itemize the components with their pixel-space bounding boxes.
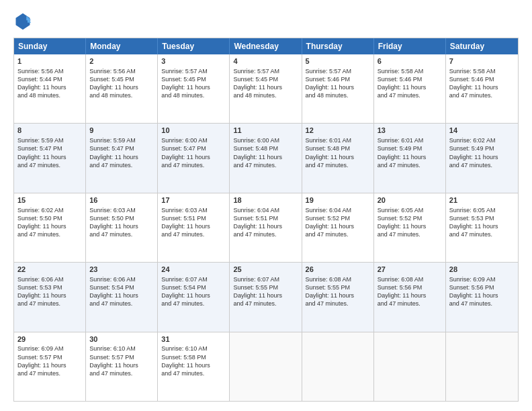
header-day-monday: Monday xyxy=(86,38,158,54)
day-info-line: and 47 minutes. xyxy=(89,300,154,308)
day-number: 26 xyxy=(306,265,370,275)
day-info-line: Sunrise: 6:10 AM xyxy=(89,345,154,353)
day-info-line: Sunset: 5:53 PM xyxy=(449,214,515,222)
day-number: 14 xyxy=(449,126,515,136)
calendar-cell-2-7: 14Sunrise: 6:02 AMSunset: 5:49 PMDayligh… xyxy=(446,124,518,192)
day-number: 24 xyxy=(161,265,226,275)
calendar-cell-1-6: 6Sunrise: 5:58 AMSunset: 5:46 PMDaylight… xyxy=(374,54,446,123)
header-day-sunday: Sunday xyxy=(14,38,86,54)
day-number: 5 xyxy=(306,56,370,66)
day-info-line: Daylight: 11 hours xyxy=(161,361,226,369)
day-info-line: and 47 minutes. xyxy=(378,161,442,169)
day-info-line: Sunrise: 6:03 AM xyxy=(161,206,226,214)
day-info-line: Sunrise: 5:56 AM xyxy=(89,67,154,75)
day-info-line: Sunset: 5:47 PM xyxy=(89,144,154,152)
day-info-line: Sunrise: 5:56 AM xyxy=(17,67,82,75)
calendar-cell-2-5: 12Sunrise: 6:01 AMSunset: 5:48 PMDayligh… xyxy=(302,124,374,192)
day-info-line: and 47 minutes. xyxy=(378,91,442,99)
day-number: 1 xyxy=(17,56,82,66)
day-number: 6 xyxy=(378,56,442,66)
day-number: 25 xyxy=(233,265,298,275)
day-info-line: Sunrise: 6:06 AM xyxy=(17,275,82,283)
day-info-line: Sunset: 5:45 PM xyxy=(161,75,226,83)
day-info-line: Sunset: 5:50 PM xyxy=(89,214,154,222)
calendar-cell-2-3: 10Sunrise: 6:00 AMSunset: 5:47 PMDayligh… xyxy=(158,124,230,192)
day-info-line: Daylight: 11 hours xyxy=(89,291,154,300)
calendar-cell-2-4: 11Sunrise: 6:00 AMSunset: 5:48 PMDayligh… xyxy=(230,124,302,192)
day-info-line: and 47 minutes. xyxy=(161,230,226,238)
day-info-line: Daylight: 11 hours xyxy=(161,222,226,230)
day-number: 10 xyxy=(161,126,226,136)
day-number: 3 xyxy=(161,56,226,66)
day-info-line: and 47 minutes. xyxy=(306,230,370,238)
header-day-thursday: Thursday xyxy=(302,38,374,54)
day-number: 21 xyxy=(449,195,515,205)
day-info-line: and 47 minutes. xyxy=(17,230,82,238)
day-info-line: Sunset: 5:54 PM xyxy=(161,283,226,291)
day-info-line: Sunset: 5:58 PM xyxy=(161,353,226,361)
day-info-line: Sunrise: 6:03 AM xyxy=(89,206,154,214)
day-info-line: and 47 minutes. xyxy=(233,161,298,169)
day-info-line: and 47 minutes. xyxy=(449,161,515,169)
calendar-cell-5-4 xyxy=(230,332,302,401)
header-day-tuesday: Tuesday xyxy=(158,38,230,54)
day-info-line: Sunset: 5:52 PM xyxy=(378,214,442,222)
calendar-cell-3-5: 19Sunrise: 6:04 AMSunset: 5:52 PMDayligh… xyxy=(302,193,374,262)
day-number: 15 xyxy=(17,195,82,205)
calendar-cell-4-6: 27Sunrise: 6:08 AMSunset: 5:56 PMDayligh… xyxy=(374,263,446,331)
day-number: 13 xyxy=(378,126,442,136)
calendar: SundayMondayTuesdayWednesdayThursdayFrid… xyxy=(13,38,519,402)
day-info-line: Daylight: 11 hours xyxy=(17,222,82,230)
day-info-line: Daylight: 11 hours xyxy=(378,222,442,230)
day-info-line: Sunset: 5:52 PM xyxy=(306,214,370,222)
day-info-line: Daylight: 11 hours xyxy=(233,153,298,161)
day-info-line: Daylight: 11 hours xyxy=(89,222,154,230)
day-info-line: Sunset: 5:50 PM xyxy=(17,214,82,222)
day-number: 9 xyxy=(89,126,154,136)
day-info-line: Sunset: 5:53 PM xyxy=(17,283,82,291)
calendar-cell-3-6: 20Sunrise: 6:05 AMSunset: 5:52 PMDayligh… xyxy=(374,193,446,262)
day-info-line: Sunset: 5:47 PM xyxy=(161,144,226,152)
day-info-line: Sunrise: 6:05 AM xyxy=(449,206,515,214)
calendar-cell-4-5: 26Sunrise: 6:08 AMSunset: 5:55 PMDayligh… xyxy=(302,263,374,331)
day-info-line: Sunrise: 5:58 AM xyxy=(449,67,515,75)
day-info-line: and 47 minutes. xyxy=(233,300,298,308)
day-info-line: and 47 minutes. xyxy=(449,230,515,238)
day-info-line: Sunrise: 5:57 AM xyxy=(161,67,226,75)
calendar-cell-5-7 xyxy=(446,332,518,401)
day-info-line: and 47 minutes. xyxy=(89,161,154,169)
day-info-line: and 47 minutes. xyxy=(161,369,226,377)
day-number: 23 xyxy=(89,265,154,275)
day-number: 11 xyxy=(233,126,298,136)
day-info-line: Sunrise: 5:57 AM xyxy=(233,67,298,75)
day-info-line: Daylight: 11 hours xyxy=(306,153,370,161)
day-info-line: Sunrise: 5:59 AM xyxy=(17,136,82,144)
day-info-line: Sunrise: 5:57 AM xyxy=(306,67,370,75)
calendar-body: 1Sunrise: 5:56 AMSunset: 5:44 PMDaylight… xyxy=(14,54,518,401)
day-info-line: Sunset: 5:47 PM xyxy=(17,144,82,152)
day-info-line: and 47 minutes. xyxy=(449,91,515,99)
day-info-line: Daylight: 11 hours xyxy=(233,291,298,300)
day-info-line: and 47 minutes. xyxy=(306,300,370,308)
calendar-cell-2-1: 8Sunrise: 5:59 AMSunset: 5:47 PMDaylight… xyxy=(14,124,86,192)
calendar-cell-5-5 xyxy=(302,332,374,401)
day-info-line: Sunset: 5:51 PM xyxy=(161,214,226,222)
day-number: 7 xyxy=(449,56,515,66)
calendar-cell-1-7: 7Sunrise: 5:58 AMSunset: 5:46 PMDaylight… xyxy=(446,54,518,123)
day-info-line: and 47 minutes. xyxy=(17,369,82,377)
day-info-line: Sunrise: 6:05 AM xyxy=(378,206,442,214)
day-info-line: Sunset: 5:56 PM xyxy=(449,283,515,291)
day-info-line: and 47 minutes. xyxy=(378,300,442,308)
day-info-line: and 48 minutes. xyxy=(306,91,370,99)
calendar-cell-1-5: 5Sunrise: 5:57 AMSunset: 5:46 PMDaylight… xyxy=(302,54,374,123)
day-info-line: and 48 minutes. xyxy=(161,91,226,99)
day-info-line: Sunset: 5:46 PM xyxy=(306,75,370,83)
day-info-line: Sunset: 5:45 PM xyxy=(89,75,154,83)
day-info-line: Sunrise: 6:04 AM xyxy=(233,206,298,214)
calendar-cell-2-2: 9Sunrise: 5:59 AMSunset: 5:47 PMDaylight… xyxy=(86,124,158,192)
day-info-line: Sunset: 5:48 PM xyxy=(233,144,298,152)
day-info-line: Sunset: 5:46 PM xyxy=(378,75,442,83)
day-info-line: and 47 minutes. xyxy=(306,161,370,169)
calendar-cell-1-3: 3Sunrise: 5:57 AMSunset: 5:45 PMDaylight… xyxy=(158,54,230,123)
day-info-line: Sunset: 5:55 PM xyxy=(306,283,370,291)
